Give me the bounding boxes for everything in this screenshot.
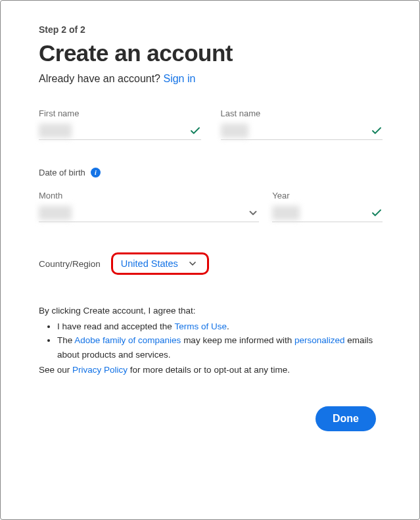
page-title: Create an account — [39, 40, 383, 66]
done-button[interactable]: Done — [315, 406, 376, 431]
year-label: Year — [272, 191, 383, 201]
check-icon — [371, 207, 383, 219]
step-indicator: Step 2 of 2 — [39, 24, 383, 35]
terms-of-use-link[interactable]: Terms of Use — [174, 321, 227, 331]
adobe-family-link[interactable]: Adobe family of companies — [74, 335, 181, 345]
check-icon — [189, 125, 201, 137]
signin-prompt: Already have an account? Sign in — [39, 73, 383, 85]
year-input[interactable] — [272, 206, 383, 222]
terms-item-2: The Adobe family of companies may keep m… — [57, 333, 383, 362]
last-name-value-redacted — [221, 124, 248, 138]
chevron-down-icon — [187, 258, 198, 269]
month-select[interactable] — [39, 206, 259, 222]
terms-block: By clicking Create account, I agree that… — [39, 304, 383, 377]
month-field: Month — [39, 191, 259, 222]
dob-label: Date of birth — [39, 168, 85, 177]
first-name-label: First name — [39, 108, 201, 118]
last-name-label: Last name — [221, 108, 383, 118]
check-icon — [371, 125, 383, 137]
terms-footer: See our Privacy Policy for more details … — [39, 363, 383, 377]
year-value-redacted — [272, 206, 300, 220]
info-icon[interactable]: i — [91, 168, 101, 177]
last-name-input[interactable] — [221, 124, 383, 140]
terms-intro: By clicking Create account, I agree that… — [39, 304, 383, 318]
signup-form: Step 2 of 2 Create an account Already ha… — [1, 1, 419, 455]
month-value-redacted — [39, 206, 72, 220]
year-field: Year — [272, 191, 383, 222]
chevron-down-icon — [247, 207, 259, 219]
signin-link[interactable]: Sign in — [163, 73, 195, 84]
first-name-input[interactable] — [39, 124, 201, 140]
signin-prompt-text: Already have an account? — [39, 73, 163, 84]
privacy-policy-link[interactable]: Privacy Policy — [72, 365, 128, 375]
first-name-value-redacted — [39, 124, 72, 138]
personalized-link[interactable]: personalized — [294, 335, 345, 345]
terms-item-1: I have read and accepted the Terms of Us… — [57, 319, 383, 334]
country-select[interactable]: United States — [111, 252, 209, 275]
country-value: United States — [121, 258, 178, 269]
first-name-field: First name — [39, 108, 201, 140]
month-label: Month — [39, 191, 259, 201]
last-name-field: Last name — [221, 108, 383, 140]
country-label: Country/Region — [39, 259, 101, 269]
